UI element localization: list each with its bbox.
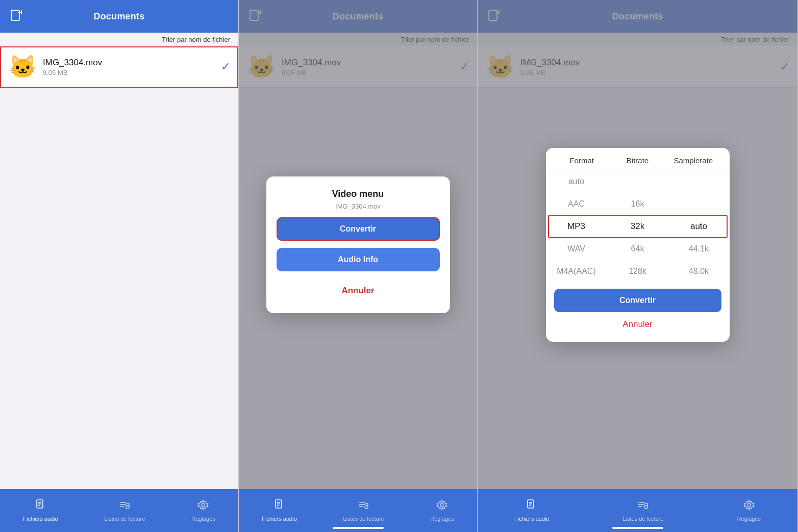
picker-cell-empty-bitrate: [607, 170, 668, 193]
file-emoji-1: 🐱: [8, 53, 37, 81]
svg-line-12: [126, 503, 129, 504]
picker-rows: auto AAC MP3 WAV M4A(AAC) 16k 32k 64k 12…: [546, 170, 730, 283]
picker-col-format: auto AAC MP3 WAV M4A(AAC): [546, 170, 607, 283]
tab-label-playlists-2: Listes de lecture: [343, 516, 384, 522]
picker-cell-m4aaac-format[interactable]: M4A(AAC): [546, 260, 607, 283]
picker-col-bitrate: 16k 32k 64k 128k: [607, 170, 668, 283]
file-name-1: IMG_3304.mov: [43, 58, 217, 68]
picker-cell-64k-bitrate[interactable]: 64k: [607, 238, 668, 260]
svg-line-40: [644, 503, 647, 504]
tab-bar-2: Fichiers audio Listes de lecture: [239, 489, 477, 532]
header-1: Documents: [0, 0, 238, 33]
file-list-1: 🐱 IMG_3304.mov 9.05 MB ✓: [0, 46, 238, 489]
picker-annuler-button[interactable]: Annuler: [554, 317, 721, 332]
tab-label-settings-2: Réglages: [430, 516, 454, 522]
svg-line-26: [365, 503, 368, 504]
home-indicator-3: [612, 527, 663, 529]
overlay-3: Format Bitrate Samplerate auto AAC MP3 W…: [478, 0, 797, 489]
tab-fichiers-audio-3[interactable]: Fichiers audio: [514, 499, 549, 522]
picker-cell-48k-sr[interactable]: 48.0k: [668, 260, 730, 283]
annuler-button-2[interactable]: Annuler: [277, 278, 440, 303]
tab-label-files-3: Fichiers audio: [514, 516, 549, 522]
tab-icon-playlists-1: [119, 499, 130, 514]
home-indicator-2: [333, 527, 384, 529]
overlay-2: Video menu IMG_3304.mov Convertir Audio …: [239, 0, 477, 489]
panel-2: Documents Trier par nom de fichier 🐱 IMG…: [239, 0, 478, 532]
picker-cell-wav-format[interactable]: WAV: [546, 238, 607, 260]
svg-point-38: [644, 505, 647, 509]
svg-point-10: [126, 505, 129, 509]
tab-label-playlists-1: Listes de lecture: [104, 516, 145, 522]
tab-icon-settings-3: [743, 499, 755, 514]
picker-cell-empty-sr2: [668, 193, 730, 215]
svg-point-24: [365, 505, 368, 509]
header-icon-1: [8, 8, 24, 24]
tab-settings-2[interactable]: Réglages: [430, 499, 454, 522]
audio-info-button[interactable]: Audio Info: [277, 248, 440, 271]
picker-col-header-format: Format: [554, 156, 610, 165]
file-size-1: 9.05 MB: [43, 69, 217, 77]
panel-3: Documents Trier par nom de fichier 🐱 IMG…: [478, 0, 798, 532]
picker-col-samplerate: auto 44.1k 48.0k: [668, 170, 730, 283]
tab-settings-3[interactable]: Réglages: [737, 499, 761, 522]
picker-col-header-samplerate: Samplerate: [665, 156, 721, 165]
picker-cell-32k-bitrate[interactable]: 32k: [607, 215, 668, 238]
tab-playlists-3[interactable]: Listes de lecture: [622, 499, 663, 522]
picker-header: Format Bitrate Samplerate: [546, 156, 730, 170]
tab-settings-1[interactable]: Réglages: [191, 499, 215, 522]
tab-label-playlists-3: Listes de lecture: [622, 516, 663, 522]
tab-playlists-1[interactable]: Listes de lecture: [104, 499, 145, 522]
picker-cell-128k-bitrate[interactable]: 128k: [607, 260, 668, 283]
tab-playlists-2[interactable]: Listes de lecture: [343, 499, 384, 522]
tab-icon-files-1: [35, 499, 46, 514]
svg-rect-0: [11, 10, 19, 20]
tab-icon-playlists-2: [358, 499, 369, 514]
svg-point-41: [747, 503, 751, 506]
tab-icon-settings-2: [436, 499, 447, 514]
sort-bar-1: Trier par nom de fichier: [0, 33, 238, 46]
file-item-1[interactable]: 🐱 IMG_3304.mov 9.05 MB ✓: [0, 46, 238, 88]
picker-cell-auto-sr[interactable]: auto: [668, 215, 730, 238]
tab-icon-settings-1: [197, 499, 209, 514]
sort-label-1: Trier par nom de fichier: [162, 36, 230, 43]
video-menu-modal: Video menu IMG_3304.mov Convertir Audio …: [266, 176, 450, 313]
modal-subtitle: IMG_3304.mov: [335, 202, 381, 210]
file-check-1: ✓: [221, 60, 230, 73]
picker-cell-auto-format[interactable]: auto: [546, 170, 607, 193]
picker-modal: Format Bitrate Samplerate auto AAC MP3 W…: [546, 148, 730, 342]
picker-cell-aac-format[interactable]: AAC: [546, 193, 607, 215]
file-info-1: IMG_3304.mov 9.05 MB: [43, 58, 217, 77]
tab-icon-playlists-3: [637, 499, 649, 514]
tab-fichiers-audio-2[interactable]: Fichiers audio: [262, 499, 296, 522]
picker-cell-mp3-format[interactable]: MP3: [546, 215, 607, 238]
tab-label-files-1: Fichiers audio: [23, 516, 58, 522]
picker-convertir-button[interactable]: Convertir: [554, 289, 721, 312]
header-title-1: Documents: [94, 11, 145, 22]
picker-bottom: Convertir Annuler: [546, 283, 730, 332]
picker-cell-441k-sr[interactable]: 44.1k: [668, 238, 730, 260]
svg-point-13: [202, 503, 205, 506]
picker-cell-16k-bitrate[interactable]: 16k: [607, 193, 668, 215]
svg-point-27: [440, 503, 443, 506]
picker-cell-empty-sr1: [668, 170, 730, 193]
tab-label-settings-1: Réglages: [191, 516, 215, 522]
tab-bar-1: Fichiers audio Listes de lecture: [0, 489, 238, 532]
modal-title: Video menu: [332, 189, 384, 199]
panel-1: Documents Trier par nom de fichier 🐱 IMG…: [0, 0, 239, 532]
convertir-button[interactable]: Convertir: [277, 217, 440, 241]
tab-bar-3: Fichiers audio Listes de lecture: [478, 489, 797, 532]
tab-label-files-2: Fichiers audio: [262, 516, 296, 522]
tab-icon-files-3: [526, 499, 537, 514]
tab-icon-files-2: [274, 499, 285, 514]
tab-fichiers-audio-1[interactable]: Fichiers audio: [23, 499, 58, 522]
tab-label-settings-3: Réglages: [737, 516, 761, 522]
picker-col-header-bitrate: Bitrate: [610, 156, 665, 165]
